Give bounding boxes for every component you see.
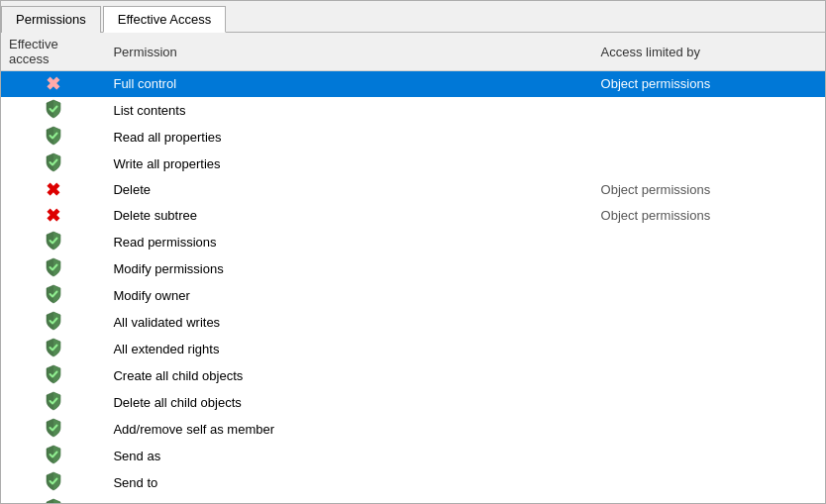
permission-cell: List contents [105,97,592,124]
access-limited-cell: Object permissions [593,177,825,203]
allowed-icon [44,311,63,331]
permission-cell: Modify owner [105,282,592,309]
table-header-row: Effective access Permission Access limit… [1,33,825,71]
table-row[interactable]: ✖DeleteObject permissions [1,177,825,203]
icon-cell [1,282,105,309]
icon-cell [1,229,105,255]
tab-bar: Permissions Effective Access [1,1,825,33]
access-limited-cell [593,416,825,443]
table-row[interactable]: All extended rights [1,336,825,362]
allowed-icon [44,257,63,277]
access-limited-cell [593,151,825,177]
access-limited-cell [593,282,825,309]
tab-effective-access[interactable]: Effective Access [103,6,226,33]
access-limited-cell [593,443,825,469]
table-row[interactable]: ✖Delete subtreeObject permissions [1,203,825,229]
icon-cell [1,416,105,443]
table-row[interactable]: All validated writes [1,309,825,336]
access-limited-cell [593,309,825,336]
icon-cell [1,97,105,124]
allowed-icon [44,391,63,411]
icon-cell: ✖ [1,71,105,97]
table-row[interactable]: List contents [1,97,825,124]
table-row[interactable]: Add/remove self as member [1,416,825,443]
icon-cell [1,124,105,151]
col-header-effective: Effective access [1,33,105,71]
table-row[interactable]: Modify owner [1,282,825,309]
table-row[interactable]: Delete all child objects [1,389,825,416]
allowed-icon [44,471,63,491]
icon-cell: ✖ [1,203,105,229]
access-limited-cell [593,389,825,416]
permission-cell: Add/remove self as member [105,416,592,443]
access-limited-cell: Object permissions [593,203,825,229]
icon-cell [1,443,105,469]
icon-cell [1,496,105,504]
access-limited-cell [593,496,825,504]
permission-cell: All validated writes [105,309,592,336]
access-limited-cell [593,336,825,362]
icon-cell [1,309,105,336]
tab-effective-access-label: Effective Access [118,12,211,27]
permission-cell: Full control [105,71,592,97]
col-header-permission: Permission [105,33,592,71]
access-limited-cell: Object permissions [593,71,825,97]
allowed-icon [44,99,63,119]
table-row[interactable]: Modify permissions [1,255,825,282]
icon-cell [1,255,105,282]
permission-cell: Read Exchange Information [105,496,592,504]
permission-cell: Delete all child objects [105,389,592,416]
access-limited-cell [593,362,825,389]
access-limited-cell [593,255,825,282]
table-container[interactable]: Effective access Permission Access limit… [1,33,825,503]
icon-cell [1,151,105,177]
table-row[interactable]: Read permissions [1,229,825,255]
permission-cell: Write all properties [105,151,592,177]
access-limited-cell [593,124,825,151]
table-row[interactable]: Send to [1,469,825,496]
allowed-icon [44,338,63,357]
denied-icon: ✖ [46,206,60,226]
denied-icon: ✖ [46,74,60,94]
table-row[interactable]: Write all properties [1,151,825,177]
table-row[interactable]: Read Exchange Information [1,496,825,504]
table-row[interactable]: Send as [1,443,825,469]
window: Permissions Effective Access Effective a… [0,0,826,504]
icon-cell [1,389,105,416]
table-row[interactable]: Create all child objects [1,362,825,389]
permission-cell: Modify permissions [105,255,592,282]
table-row[interactable]: ✖Full controlObject permissions [1,71,825,97]
permission-cell: Send as [105,443,592,469]
allowed-icon [44,284,63,304]
icon-cell: ✖ [1,177,105,203]
permission-cell: Read permissions [105,229,592,255]
allowed-icon [44,498,63,504]
denied-icon: ✖ [46,180,60,200]
permission-cell: All extended rights [105,336,592,362]
col-header-access-limited: Access limited by [593,33,825,71]
permission-cell: Delete [105,177,592,203]
tab-permissions[interactable]: Permissions [1,6,101,33]
allowed-icon [44,152,63,172]
tab-permissions-label: Permissions [16,12,86,27]
permission-cell: Create all child objects [105,362,592,389]
access-limited-cell [593,469,825,496]
access-limited-cell [593,97,825,124]
permission-cell: Read all properties [105,124,592,151]
permission-cell: Send to [105,469,592,496]
icon-cell [1,336,105,362]
access-limited-cell [593,229,825,255]
content-area: Effective access Permission Access limit… [1,33,825,503]
allowed-icon [44,418,63,438]
allowed-icon [44,364,63,384]
permission-cell: Delete subtree [105,203,592,229]
allowed-icon [44,126,63,146]
allowed-icon [44,445,63,464]
table-row[interactable]: Read all properties [1,124,825,151]
allowed-icon [44,231,63,251]
icon-cell [1,469,105,496]
permissions-table: Effective access Permission Access limit… [1,33,825,503]
icon-cell [1,362,105,389]
